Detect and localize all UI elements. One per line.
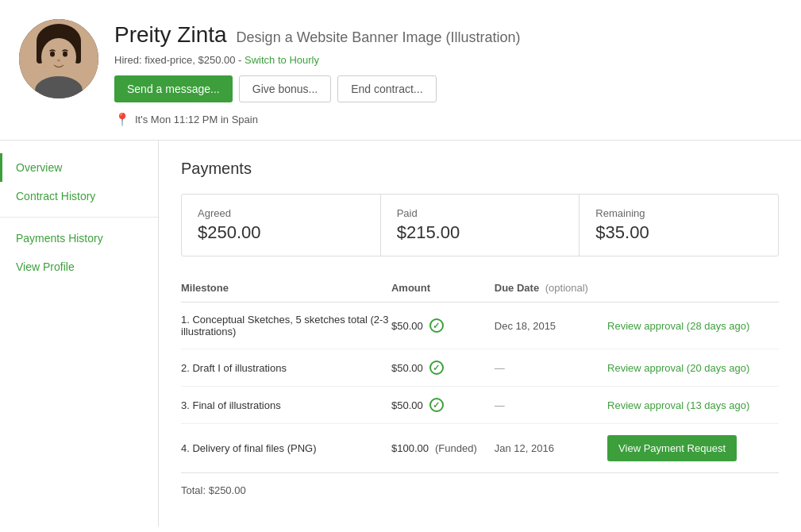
col-milestone: Milestone	[181, 276, 391, 303]
agreed-value: $250.00	[198, 222, 364, 243]
total-row: Total: $250.00	[181, 473, 779, 508]
amount-value: $50.00	[391, 362, 423, 374]
col-action	[607, 276, 779, 303]
profile-header: Preity Zinta Design a Website Banner Ima…	[0, 0, 801, 140]
table-row: 1. Conceptual Sketches, 5 sketches total…	[181, 303, 779, 349]
svg-point-6	[63, 52, 67, 57]
amount-value: $50.00	[391, 320, 423, 332]
milestone-action[interactable]: Review approval (28 days ago)	[607, 303, 779, 349]
milestone-action[interactable]: Review approval (20 days ago)	[607, 349, 779, 387]
button-row: Send a message... Give bonus... End cont…	[114, 75, 782, 102]
profile-name: Preity Zinta	[114, 22, 227, 48]
main-layout: Overview Contract History Payments Histo…	[0, 141, 801, 526]
table-row: 3. Final of illustrations$50.00✓—Review …	[181, 387, 779, 424]
milestone-amount: $50.00✓	[391, 387, 495, 424]
profile-title: Design a Website Banner Image (Illustrat…	[237, 29, 521, 46]
milestone-due-date: Dec 18, 2015	[495, 303, 607, 349]
total-label: Total: $250.00	[181, 484, 246, 496]
milestone-due-date: Jan 12, 2016	[495, 424, 607, 473]
sidebar-divider	[0, 217, 158, 218]
paid-label: Paid	[397, 207, 564, 219]
location-row: 📍 It's Mon 11:12 PM in Spain	[114, 112, 782, 127]
funded-label: (Funded)	[435, 442, 477, 454]
svg-point-4	[41, 38, 76, 76]
milestone-name: 3. Final of illustrations	[181, 387, 391, 424]
table-row: 2. Draft I of illustrations$50.00✓—Revie…	[181, 349, 779, 387]
milestone-name: 2. Draft I of illustrations	[181, 349, 391, 387]
sidebar-item-payments-history[interactable]: Payments History	[0, 224, 158, 253]
payments-summary: Agreed $250.00 Paid $215.00 Remaining $3…	[181, 194, 779, 256]
location-text: It's Mon 11:12 PM in Spain	[135, 114, 258, 125]
give-bonus-button[interactable]: Give bonus...	[239, 75, 332, 102]
table-row: 4. Delivery of final files (PNG)$100.00 …	[181, 424, 779, 473]
remaining-cell: Remaining $35.00	[580, 195, 778, 256]
location-icon: 📍	[114, 112, 130, 127]
svg-point-5	[50, 52, 55, 57]
send-message-button[interactable]: Send a message...	[114, 75, 233, 102]
end-contract-button[interactable]: End contract...	[337, 75, 436, 102]
profile-name-row: Preity Zinta Design a Website Banner Ima…	[114, 22, 782, 48]
milestone-name: 1. Conceptual Sketches, 5 sketches total…	[181, 303, 391, 349]
review-approval-link[interactable]: Review approval (28 days ago)	[607, 320, 749, 332]
amount-value: $50.00	[391, 399, 423, 411]
check-icon: ✓	[429, 318, 444, 333]
milestone-due-date: —	[495, 387, 607, 424]
hired-row: Hired: fixed-price, $250.00 - Switch to …	[114, 54, 782, 66]
amount-value: $100.00	[391, 442, 429, 454]
check-icon: ✓	[429, 360, 444, 375]
check-icon: ✓	[429, 398, 444, 412]
milestone-action[interactable]: View Payment Request	[607, 424, 779, 473]
content-area: Payments Agreed $250.00 Paid $215.00 Rem…	[159, 141, 801, 526]
hired-label: Hired: fixed-price, $250.00	[114, 54, 235, 66]
sidebar-item-overview[interactable]: Overview	[0, 153, 158, 182]
milestone-table: Milestone Amount Due Date (optional) 1. …	[181, 276, 779, 507]
remaining-value: $35.00	[595, 222, 762, 243]
review-approval-link[interactable]: Review approval (13 days ago)	[607, 399, 749, 411]
remaining-label: Remaining	[595, 207, 762, 219]
profile-info: Preity Zinta Design a Website Banner Ima…	[114, 19, 782, 127]
col-optional-label: (optional)	[545, 282, 588, 294]
col-amount: Amount	[391, 276, 495, 303]
svg-point-7	[57, 60, 60, 62]
avatar	[19, 19, 98, 98]
milestone-action[interactable]: Review approval (13 days ago)	[607, 387, 779, 424]
sidebar-item-contract-history[interactable]: Contract History	[0, 182, 158, 210]
sidebar: Overview Contract History Payments Histo…	[0, 141, 159, 526]
milestone-amount: $50.00✓	[391, 349, 495, 387]
view-payment-request-button[interactable]: View Payment Request	[607, 435, 737, 461]
separator: -	[238, 54, 245, 66]
col-due-date: Due Date (optional)	[495, 276, 607, 303]
milestone-due-date: —	[495, 349, 607, 387]
milestone-amount: $100.00 (Funded)	[391, 424, 495, 473]
agreed-label: Agreed	[198, 207, 364, 219]
milestone-amount: $50.00✓	[391, 303, 495, 349]
col-due-date-label: Due Date	[495, 282, 539, 294]
paid-value: $215.00	[397, 222, 564, 243]
milestone-name: 4. Delivery of final files (PNG)	[181, 424, 391, 473]
review-approval-link[interactable]: Review approval (20 days ago)	[607, 362, 749, 374]
agreed-cell: Agreed $250.00	[182, 195, 381, 256]
payments-section-title: Payments	[181, 160, 779, 178]
sidebar-item-view-profile[interactable]: View Profile	[0, 253, 158, 281]
switch-to-hourly-link[interactable]: Switch to Hourly	[245, 54, 319, 66]
paid-cell: Paid $215.00	[381, 195, 580, 256]
page-wrapper: Preity Zinta Design a Website Banner Ima…	[0, 0, 801, 526]
avatar-container	[19, 19, 98, 98]
